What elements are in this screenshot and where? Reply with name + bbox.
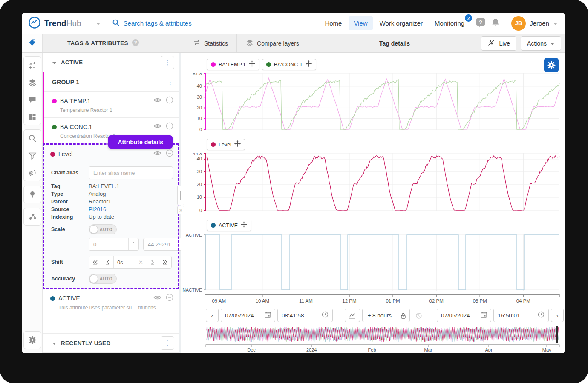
nav-item-work-organizer[interactable]: Work organizer — [375, 16, 428, 30]
time-axis: 09 AM10 AM11 AM12 PM01 PM02 PM03 PM04 PM — [181, 294, 562, 305]
nav-item-monitoring[interactable]: Monitoring2 — [429, 16, 470, 30]
shift-right-far-icon[interactable] — [159, 256, 171, 268]
calendar-icon[interactable] — [481, 311, 487, 320]
compare-trends-button[interactable] — [345, 309, 360, 322]
workspace-caret-down-icon[interactable] — [96, 20, 101, 27]
group-1-block: GROUP 1 ⋮ BA:TEMP.1 Temperature Reactor … — [43, 72, 179, 143]
notifications-bell-icon[interactable] — [491, 18, 500, 29]
kebab-icon: ⋮ — [164, 341, 171, 345]
legend-chip-ba-conc-1[interactable]: BA:CONC.1 — [262, 59, 316, 70]
user-menu[interactable]: JB Jeroen — [511, 16, 565, 31]
chart-alias-input[interactable] — [89, 166, 173, 179]
tool-tags-tile[interactable] — [22, 34, 43, 52]
end-date-field[interactable]: 07/05/2024 — [437, 309, 491, 322]
source-link[interactable]: PI2016 — [89, 206, 106, 212]
remove-minus-circle-icon[interactable] — [166, 294, 173, 303]
rail-layers-icon[interactable] — [24, 74, 41, 91]
layers-icon — [246, 39, 254, 47]
pan-left-button[interactable]: ‹ — [206, 309, 219, 322]
collapse-caret-icon[interactable] — [52, 339, 57, 347]
history-restore-button[interactable] — [412, 309, 425, 322]
rail-fingerprint-icon[interactable] — [24, 164, 41, 181]
end-time-field[interactable]: 16:50:01 — [493, 309, 549, 322]
nav-item-home[interactable]: Home — [320, 16, 347, 30]
panel-collapse-button[interactable]: ✕ — [177, 206, 184, 214]
main-nav: HomeViewWork organizerMonitoring2 — [320, 16, 470, 30]
legend-chip-level[interactable]: Level — [207, 139, 245, 150]
visibility-eye-icon[interactable] — [153, 123, 161, 131]
group-kebab-icon[interactable]: ⋮ — [167, 80, 173, 84]
start-date-field[interactable]: 07/05/2024 — [221, 309, 275, 322]
rail-group — [23, 208, 41, 226]
active-chart[interactable]: ACTIVEINACTIVE — [181, 234, 562, 294]
actions-button[interactable]: Actions — [521, 36, 561, 51]
search-input[interactable] — [124, 20, 226, 27]
calendar-icon[interactable] — [265, 311, 271, 320]
scale-auto-toggle[interactable]: AUTO — [89, 224, 117, 234]
tab-statistics[interactable]: Statistics — [184, 34, 237, 52]
shift-left-far-icon[interactable] — [89, 256, 101, 268]
active-view-section-header[interactable]: ACTIVE ⋮ — [43, 53, 179, 72]
clock-icon[interactable] — [322, 311, 329, 320]
rail-search-icon[interactable] — [24, 130, 41, 147]
help-icon[interactable]: ? — [476, 18, 485, 29]
recently-used-section-header[interactable]: RECENTLY USED ⋮ — [43, 333, 179, 353]
shift-left-icon[interactable] — [101, 256, 114, 268]
tab-compare-layers[interactable]: Compare layers — [237, 34, 308, 52]
remove-minus-circle-icon[interactable] — [166, 122, 173, 131]
legend-chip-active[interactable]: ACTIVE — [207, 220, 251, 231]
duration-value[interactable]: ± 8 hours — [363, 309, 397, 322]
lock-icon[interactable] — [397, 309, 409, 322]
section-kebab-menu-button[interactable]: ⋮ — [161, 336, 174, 350]
temp-conc-chart[interactable]: 01020304051.8 — [181, 73, 562, 133]
legend-chip-ba-temp-1[interactable]: BA:TEMP.1 — [207, 59, 259, 70]
rail-filter-icon[interactable] — [24, 147, 41, 164]
visibility-eye-icon[interactable] — [153, 150, 161, 158]
rail-settings-icon[interactable] — [24, 332, 41, 349]
question-circle-icon[interactable]: ? — [132, 39, 139, 48]
svg-text:04 PM: 04 PM — [516, 298, 530, 303]
attribute-row-active[interactable]: ACTIVE This attribute uses parameter su…… — [43, 289, 179, 315]
shift-right-icon[interactable] — [147, 256, 159, 268]
section-kebab-menu-button[interactable]: ⋮ — [161, 56, 174, 69]
chart-settings-button[interactable] — [544, 58, 559, 72]
move-handle-icon[interactable] — [306, 60, 312, 69]
start-time-field[interactable]: 08:41:58 — [277, 309, 333, 322]
overview-strip[interactable] — [181, 326, 562, 344]
pan-right-button[interactable]: › — [551, 309, 564, 322]
stepper-arrows-icon[interactable] — [128, 238, 138, 250]
clear-x-icon[interactable]: ✕ — [138, 259, 143, 266]
scale-min-input[interactable]: 0 — [89, 238, 139, 251]
clock-icon[interactable] — [538, 311, 545, 320]
remove-minus-circle-icon[interactable] — [166, 149, 173, 159]
collapse-caret-icon[interactable] — [52, 59, 57, 66]
nav-item-view[interactable]: View — [349, 16, 372, 30]
remove-minus-circle-icon[interactable] — [166, 96, 173, 106]
rail-comments-icon[interactable] — [24, 91, 41, 108]
trendhub-logo[interactable]: TrendHub — [22, 16, 105, 31]
group-1-header[interactable]: GROUP 1 ⋮ — [44, 72, 179, 92]
rail-dashboards-icon[interactable] — [24, 108, 41, 125]
toolbar-buttons: Live Actions — [481, 34, 565, 52]
level-chart[interactable]: 01020304044.3 — [181, 153, 562, 214]
notification-count-badge: 2 — [465, 14, 472, 22]
panel-drag-grip[interactable] — [177, 186, 184, 205]
svg-text:30: 30 — [197, 94, 202, 100]
svg-text:0: 0 — [199, 208, 202, 213]
rail-formula-icon[interactable] — [24, 57, 41, 74]
svg-text:?: ? — [134, 40, 137, 45]
rail-ideas-icon[interactable] — [24, 186, 41, 203]
toggle-knob — [89, 274, 98, 283]
shift-value-input[interactable]: 0s✕ — [114, 256, 147, 268]
rail-context-icon[interactable] — [24, 208, 41, 225]
live-button[interactable]: Live — [481, 36, 516, 51]
tag-row-ba-temp-1[interactable]: BA:TEMP.1 Temperature Reactor 1 — [44, 92, 179, 118]
move-handle-icon[interactable] — [249, 60, 255, 69]
move-handle-icon[interactable] — [234, 140, 241, 149]
tags-attributes-panel: ACTIVE ⋮ GROUP 1 ⋮ BA:TEMP.1 — [43, 53, 181, 353]
series-color-dot — [50, 296, 55, 301]
move-handle-icon[interactable] — [241, 221, 247, 229]
visibility-eye-icon[interactable] — [153, 294, 161, 302]
visibility-eye-icon[interactable] — [153, 97, 161, 105]
accuracy-auto-toggle[interactable]: AUTO — [89, 274, 117, 284]
